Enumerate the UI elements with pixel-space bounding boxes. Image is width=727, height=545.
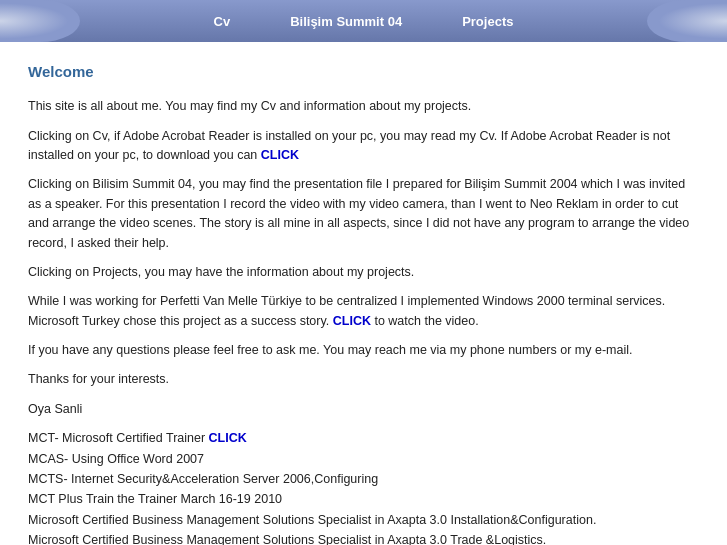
questions-paragraph: If you have any questions please feel fr… (28, 341, 699, 360)
main-content: Welcome This site is all about me. You m… (0, 42, 727, 545)
mct-click-link[interactable]: CLICK (209, 431, 247, 445)
cv-text-before: Clicking on Cv, if Adobe Acrobat Reader … (28, 129, 670, 162)
cv-click-link[interactable]: CLICK (261, 148, 299, 162)
nav-projects[interactable]: Projects (462, 14, 513, 29)
credential-mct-plus: MCT Plus Train the Trainer March 16-19 2… (28, 490, 699, 509)
microsoft-text-after: to watch the video. (371, 314, 479, 328)
nav-bilisim[interactable]: Bilişim Summit 04 (290, 14, 402, 29)
navbar: Cv Bilişim Summit 04 Projects (0, 0, 727, 42)
credential-mct: MCT- Microsoft Certified Trainer CLICK (28, 429, 699, 448)
thanks-paragraph: Thanks for your interests. (28, 370, 699, 389)
credential-trade: Microsoft Certified Business Management … (28, 531, 699, 545)
credentials-section: MCT- Microsoft Certified Trainer CLICK M… (28, 429, 699, 545)
bilisim-paragraph: Clicking on Bilisim Summit 04, you may f… (28, 175, 699, 253)
credential-mcts: MCTS- Internet Security&Acceleration Ser… (28, 470, 699, 489)
intro-paragraph: This site is all about me. You may find … (28, 97, 699, 116)
nav-cv[interactable]: Cv (214, 14, 231, 29)
welcome-title: Welcome (28, 60, 699, 83)
projects-paragraph: Clicking on Projects, you may have the i… (28, 263, 699, 282)
microsoft-paragraph: While I was working for Perfetti Van Mel… (28, 292, 699, 331)
name-paragraph: Oya Sanli (28, 400, 699, 419)
cv-paragraph: Clicking on Cv, if Adobe Acrobat Reader … (28, 127, 699, 166)
microsoft-click-link[interactable]: CLICK (333, 314, 371, 328)
credential-install: Microsoft Certified Business Management … (28, 511, 699, 530)
credential-mcas: MCAS- Using Office Word 2007 (28, 450, 699, 469)
